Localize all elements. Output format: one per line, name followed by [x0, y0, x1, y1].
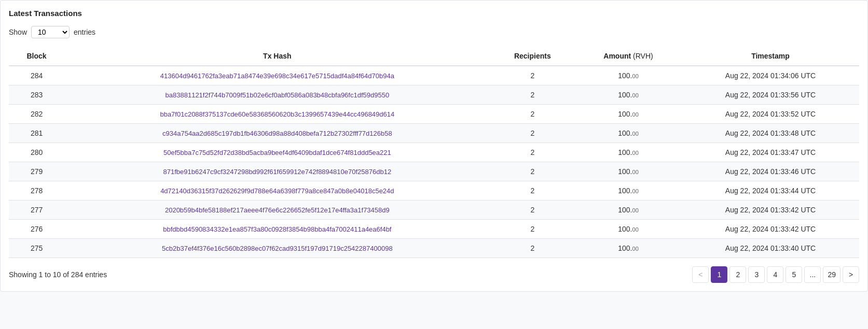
recipients-cell: 2 — [490, 201, 575, 220]
show-entries-control: Show 10 25 50 100 entries — [9, 26, 859, 38]
pagination-ellipsis: ... — [804, 266, 821, 283]
amount-cell: 100.00 — [575, 181, 682, 201]
block-cell: 279 — [9, 162, 64, 181]
amount-cell: 100.00 — [575, 124, 682, 143]
block-cell: 282 — [9, 105, 64, 124]
amount-dec: 00 — [632, 207, 639, 213]
amount-dec: 00 — [632, 169, 639, 175]
tx-hash-cell: c934a754aa2d685c197db1fb46306d98a88d408b… — [64, 124, 490, 143]
pagination: <12345...29> — [692, 266, 859, 283]
block-cell: 277 — [9, 201, 64, 220]
tx-hash-cell: 871fbe91b6247c9cf3247298bd992f61f659912e… — [64, 162, 490, 181]
amount-main: 100. — [618, 71, 632, 80]
table-header-row: Block Tx Hash Recipients Amount (RVH) Ti… — [9, 47, 859, 66]
col-timestamp: Timestamp — [682, 47, 859, 66]
pagination-page-4[interactable]: 4 — [767, 266, 783, 283]
amount-dec: 00 — [632, 73, 639, 79]
pagination-prev[interactable]: < — [692, 266, 709, 283]
tx-hash-link[interactable]: bbfdbbd4590834332e1ea857f3a80c0928f3854b… — [163, 225, 391, 233]
amount-main: 100. — [618, 110, 632, 118]
amount-dec: 00 — [632, 188, 639, 194]
timestamp-cell: Aug 22, 2024 01:33:47 UTC — [682, 143, 859, 162]
recipients-cell: 2 — [490, 143, 575, 162]
tx-hash-link[interactable]: 50ef5bba7c75d52fd72d38bd5acba9beef4df640… — [163, 149, 391, 156]
showing-text: Showing 1 to 10 of 284 entries — [9, 270, 107, 279]
tx-hash-cell: 4d72140d36315f37d262629f9d788e64a6398f77… — [64, 181, 490, 201]
pagination-page-5[interactable]: 5 — [786, 266, 802, 283]
table-row: 28050ef5bba7c75d52fd72d38bd5acba9beef4df… — [9, 143, 859, 162]
entries-select[interactable]: 10 25 50 100 — [31, 26, 70, 38]
amount-dec: 00 — [632, 92, 639, 98]
amount-cell: 100.00 — [575, 201, 682, 220]
tx-hash-link[interactable]: bba7f01c2088f375137cde60e58368560620b3c1… — [160, 110, 394, 118]
show-label: Show — [9, 28, 27, 36]
table-row: 276bbfdbbd4590834332e1ea857f3a80c0928f38… — [9, 220, 859, 239]
timestamp-cell: Aug 22, 2024 01:33:56 UTC — [682, 85, 859, 105]
col-amount: Amount (RVH) — [575, 47, 682, 66]
tx-hash-text: 871fbe91b6247c9cf3247298bd992f61f659912e… — [163, 168, 392, 176]
amount-dec: 00 — [632, 226, 639, 233]
table-row: 284413604d9461762fa3eab71a8474e39e698c34… — [9, 66, 859, 85]
timestamp-cell: Aug 22, 2024 01:33:52 UTC — [682, 105, 859, 124]
tx-hash-text: 5cb2b37ef4f376e16c560b2898ec07f62cad9315… — [162, 245, 393, 252]
block-cell: 284 — [9, 66, 64, 85]
amount-main: 100. — [618, 91, 632, 99]
block-cell: 275 — [9, 239, 64, 258]
amount-main: 100. — [618, 167, 632, 176]
timestamp-cell: Aug 22, 2024 01:34:06 UTC — [682, 66, 859, 85]
timestamp-cell: Aug 22, 2024 01:33:44 UTC — [682, 181, 859, 201]
table-row: 283ba83881121f2f744b7009f51b02e6cf0abf05… — [9, 85, 859, 105]
amount-cell: 100.00 — [575, 105, 682, 124]
tx-hash-text: 2020b59b4bfe58188ef217aeee4f76e6c226652f… — [165, 206, 390, 214]
amount-main: 100. — [618, 206, 632, 214]
pagination-next[interactable]: > — [843, 266, 859, 283]
tx-hash-cell: bbfdbbd4590834332e1ea857f3a80c0928f3854b… — [64, 220, 490, 239]
block-cell: 278 — [9, 181, 64, 201]
section-title: Latest Transactions — [9, 9, 859, 18]
tx-hash-cell: 2020b59b4bfe58188ef217aeee4f76e6c226652f… — [64, 201, 490, 220]
recipients-cell: 2 — [490, 66, 575, 85]
tx-hash-cell: bba7f01c2088f375137cde60e58368560620b3c1… — [64, 105, 490, 124]
col-recipients: Recipients — [490, 47, 575, 66]
col-block: Block — [9, 47, 64, 66]
amount-main: 100. — [618, 187, 632, 195]
tx-hash-cell: 413604d9461762fa3eab71a8474e39e698c34e61… — [64, 66, 490, 85]
tx-hash-text: ba83881121f2f744b7009f51b02e6cf0abf0586a… — [166, 91, 390, 99]
entries-suffix: entries — [74, 28, 95, 36]
amount-main: 100. — [618, 225, 632, 233]
amount-cell: 100.00 — [575, 143, 682, 162]
tx-hash-link[interactable]: 4d72140d36315f37d262629f9d788e64a6398f77… — [160, 187, 394, 195]
recipients-cell: 2 — [490, 220, 575, 239]
block-cell: 281 — [9, 124, 64, 143]
tx-hash-cell: ba83881121f2f744b7009f51b02e6cf0abf0586a… — [64, 85, 490, 105]
tx-hash-link[interactable]: 413604d9461762fa3eab71a8474e39e698c34e61… — [160, 72, 394, 80]
recipients-cell: 2 — [490, 239, 575, 258]
recipients-cell: 2 — [490, 85, 575, 105]
amount-dec: 00 — [632, 131, 639, 137]
amount-cell: 100.00 — [575, 66, 682, 85]
table-row: 2784d72140d36315f37d262629f9d788e64a6398… — [9, 181, 859, 201]
amount-cell: 100.00 — [575, 85, 682, 105]
pagination-page-3[interactable]: 3 — [748, 266, 765, 283]
timestamp-cell: Aug 22, 2024 01:33:40 UTC — [682, 239, 859, 258]
transactions-table: Block Tx Hash Recipients Amount (RVH) Ti… — [9, 47, 859, 258]
latest-transactions-panel: Latest Transactions Show 10 25 50 100 en… — [0, 0, 868, 292]
timestamp-cell: Aug 22, 2024 01:33:42 UTC — [682, 201, 859, 220]
amount-dec: 00 — [632, 111, 639, 118]
table-row: 2772020b59b4bfe58188ef217aeee4f76e6c2266… — [9, 201, 859, 220]
timestamp-cell: Aug 22, 2024 01:33:42 UTC — [682, 220, 859, 239]
table-row: 2755cb2b37ef4f376e16c560b2898ec07f62cad9… — [9, 239, 859, 258]
recipients-cell: 2 — [490, 162, 575, 181]
timestamp-cell: Aug 22, 2024 01:33:46 UTC — [682, 162, 859, 181]
amount-main: 100. — [618, 244, 632, 252]
pagination-page-2[interactable]: 2 — [729, 266, 746, 283]
amount-cell: 100.00 — [575, 220, 682, 239]
pagination-page-1[interactable]: 1 — [711, 266, 727, 283]
amount-dec: 00 — [632, 246, 639, 252]
block-cell: 276 — [9, 220, 64, 239]
tx-hash-text: c934a754aa2d685c197db1fb46306d98a88d408b… — [162, 130, 392, 137]
recipients-cell: 2 — [490, 124, 575, 143]
pagination-page-29[interactable]: 29 — [823, 266, 841, 283]
amount-main: 100. — [618, 129, 632, 137]
recipients-cell: 2 — [490, 105, 575, 124]
